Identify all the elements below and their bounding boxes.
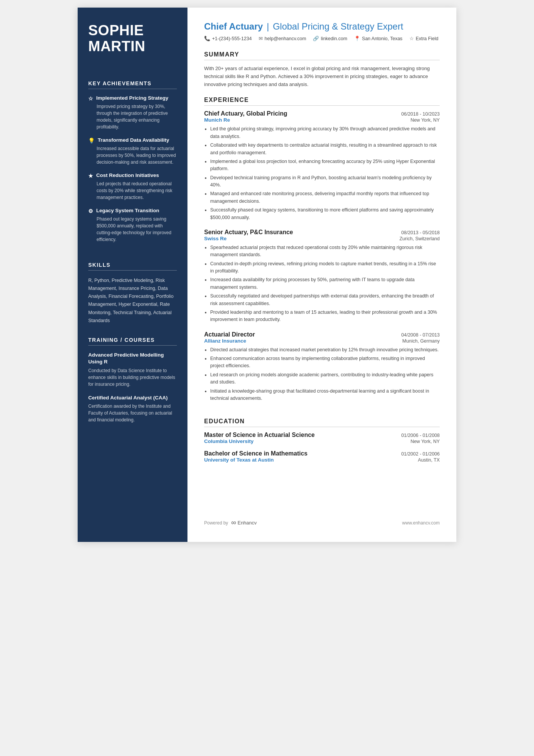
summary-text: With 20+ years of actuarial experience, … xyxy=(204,65,440,88)
bullet-3-4: Initiated a knowledge-sharing group that… xyxy=(210,388,440,402)
star-filled-icon: ★ xyxy=(88,173,93,179)
achievement-item-3: ★ Cost Reduction Initiatives Led project… xyxy=(88,172,177,201)
footer: Powered by ∞ Enhancv www.enhancv.com xyxy=(204,511,440,527)
linkedin-icon: 🔗 xyxy=(313,36,319,41)
achievement-desc-3: Led projects that reduced operational co… xyxy=(88,180,177,201)
star-outline-icon: ☆ xyxy=(88,95,93,102)
extra-icon: ☆ xyxy=(409,36,414,41)
edu-dates-1: 01/2006 - 01/2008 xyxy=(401,433,440,438)
footer-website: www.enhancv.com xyxy=(402,520,440,526)
bullet-3-2: Enhanced communication across teams by i… xyxy=(210,355,440,370)
achievements-list: ☆ Implemented Pricing Strategy Improved … xyxy=(88,95,177,250)
job-title-1: Chief Actuary xyxy=(204,21,263,32)
bullet-1-6: Successfully phased out legacy systems, … xyxy=(210,207,440,221)
training-list: Advanced Predictive Modelling Using R Co… xyxy=(88,352,177,430)
skills-text: R, Python, Predictive Modeling, Risk Man… xyxy=(88,277,177,325)
exp-company-row-1: Munich Re New York, NY xyxy=(204,117,440,123)
phone-icon: 📞 xyxy=(204,36,210,41)
exp-dates-2: 08/2013 - 05/2018 xyxy=(401,230,440,235)
edu-school-1: Columbia University xyxy=(204,438,254,444)
edu-degree-2: Bachelor of Science in Mathematics xyxy=(204,450,308,457)
brand-name: Enhancv xyxy=(237,520,257,526)
bullet-1-4: Developed technical training programs in… xyxy=(210,174,440,189)
contact-location: 📍 San Antonio, Texas xyxy=(354,36,403,41)
contact-phone: 📞 +1-(234)-555-1234 xyxy=(204,36,252,41)
training-item-2: Certified Actuarial Analyst (CAA) Certif… xyxy=(88,394,177,423)
exp-location-1: New York, NY xyxy=(411,117,440,123)
bullet-1-2: Collaborated with key departments to cen… xyxy=(210,142,440,157)
edu-school-row-2: University of Texas at Austin Austin, TX xyxy=(204,457,440,463)
education-entry-2: Bachelor of Science in Mathematics 01/20… xyxy=(204,450,440,463)
footer-logo: ∞ Enhancv xyxy=(231,519,256,527)
exp-header-row-2: Senior Actuary, P&C Insurance 08/2013 - … xyxy=(204,229,440,236)
location-icon: 📍 xyxy=(354,36,360,41)
summary-title: SUMMARY xyxy=(204,51,440,60)
title-separator: | xyxy=(267,21,269,32)
exp-location-3: Munich, Germany xyxy=(402,338,440,344)
extra-field: Extra Field xyxy=(416,36,439,41)
bullet-1-5: Managed and enhanced rate monitoring pro… xyxy=(210,190,440,205)
exp-dates-3: 04/2008 - 07/2013 xyxy=(401,332,440,338)
achievement-header-3: ★ Cost Reduction Initiatives xyxy=(88,172,177,179)
bullet-2-1: Spearheaded actuarial projects that redu… xyxy=(210,244,440,259)
location-text: San Antonio, Texas xyxy=(362,36,403,41)
training-item-1: Advanced Predictive Modelling Using R Co… xyxy=(88,352,177,387)
exp-bullets-2: Spearheaded actuarial projects that redu… xyxy=(204,244,440,324)
achievement-title-4: Legacy System Transition xyxy=(96,208,159,213)
exp-location-2: Zurich, Switzerland xyxy=(400,236,440,241)
exp-company-row-2: Swiss Re Zurich, Switzerland xyxy=(204,236,440,241)
linkedin-url: linkedin.com xyxy=(321,36,347,41)
exp-company-1: Munich Re xyxy=(204,117,230,123)
sidebar: SOPHIEMARTIN KEY ACHIEVEMENTS ☆ Implemen… xyxy=(78,8,187,542)
achievement-item-2: 💡 Transformed Data Availability Increase… xyxy=(88,137,177,166)
achievement-title-3: Cost Reduction Initiatives xyxy=(96,172,159,178)
exp-header-row-1: Chief Actuary, Global Pricing 06/2018 - … xyxy=(204,110,440,117)
resume-container: SOPHIEMARTIN KEY ACHIEVEMENTS ☆ Implemen… xyxy=(78,8,456,542)
enhancv-logo-icon: ∞ xyxy=(231,519,236,527)
main-content: Chief Actuary | Global Pricing & Strateg… xyxy=(187,8,456,542)
exp-dates-1: 06/2018 - 10/2023 xyxy=(401,111,440,117)
exp-bullets-1: Led the global pricing strategy, improvi… xyxy=(204,125,440,221)
contact-row: 📞 +1-(234)-555-1234 ✉ help@enhancv.com 🔗… xyxy=(204,36,440,41)
email-icon: ✉ xyxy=(259,36,263,41)
job-title-2: Global Pricing & Strategy Expert xyxy=(273,21,403,32)
training-desc-1: Conducted by Data Science Institute to e… xyxy=(88,367,177,388)
experience-entry-1: Chief Actuary, Global Pricing 06/2018 - … xyxy=(204,110,440,221)
training-title-2: Certified Actuarial Analyst (CAA) xyxy=(88,394,177,401)
exp-job-title-2: Senior Actuary, P&C Insurance xyxy=(204,229,293,236)
achievement-desc-1: Improved pricing strategy by 30%, throug… xyxy=(88,103,177,130)
education-title: EDUCATION xyxy=(204,418,440,427)
phone-number: +1-(234)-555-1234 xyxy=(212,36,252,41)
edu-school-2: University of Texas at Austin xyxy=(204,457,274,463)
exp-job-title-3: Actuarial Director xyxy=(204,331,255,338)
education-entry-1: Master of Science in Actuarial Science 0… xyxy=(204,432,440,444)
powered-by-text: Powered by xyxy=(204,520,228,526)
footer-left: Powered by ∞ Enhancv xyxy=(204,519,257,527)
exp-company-row-3: Allianz Insurance Munich, Germany xyxy=(204,338,440,344)
edu-location-2: Austin, TX xyxy=(418,457,440,463)
exp-header-row-3: Actuarial Director 04/2008 - 07/2013 xyxy=(204,331,440,338)
edu-dates-2: 01/2002 - 01/2006 xyxy=(401,451,440,457)
bullet-2-5: Provided leadership and mentoring to a t… xyxy=(210,309,440,324)
training-title-1: Advanced Predictive Modelling Using R xyxy=(88,352,177,365)
title-row: Chief Actuary | Global Pricing & Strateg… xyxy=(204,21,440,32)
email-address: help@enhancv.com xyxy=(265,36,306,41)
achievements-section-title: KEY ACHIEVEMENTS xyxy=(88,80,177,89)
achievement-item-4: ⚙ Legacy System Transition Phased out le… xyxy=(88,208,177,243)
experience-title: EXPERIENCE xyxy=(204,97,440,106)
achievement-title-1: Implemented Pricing Strategy xyxy=(96,95,169,101)
edu-degree-1: Master of Science in Actuarial Science xyxy=(204,432,315,438)
contact-linkedin: 🔗 linkedin.com xyxy=(313,36,347,41)
skills-section-title: SKILLS xyxy=(88,262,177,271)
achievement-header-1: ☆ Implemented Pricing Strategy xyxy=(88,95,177,102)
exp-bullets-3: Directed actuarial strategies that incre… xyxy=(204,346,440,402)
lightbulb-icon: 💡 xyxy=(88,138,95,144)
candidate-name: SOPHIEMARTIN xyxy=(88,23,177,55)
experience-section: EXPERIENCE Chief Actuary, Global Pricing… xyxy=(204,97,440,410)
achievement-header-4: ⚙ Legacy System Transition xyxy=(88,208,177,214)
achievement-title-2: Transformed Data Availability xyxy=(98,137,169,143)
edu-school-row-1: Columbia University New York, NY xyxy=(204,438,440,444)
bullet-1-3: Implemented a global loss projection too… xyxy=(210,158,440,173)
achievement-desc-4: Phased out legacy systems saving $500,00… xyxy=(88,216,177,243)
contact-extra: ☆ Extra Field xyxy=(409,36,439,41)
